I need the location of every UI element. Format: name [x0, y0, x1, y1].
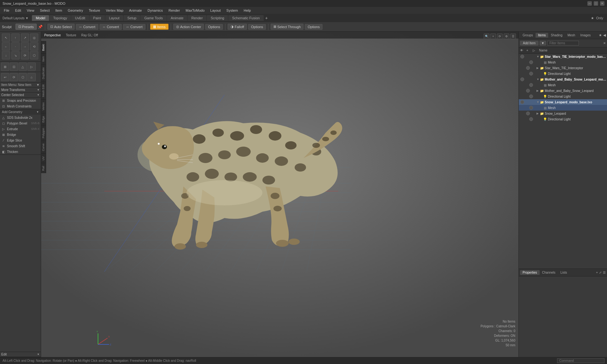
rp-tab-groups[interactable]: Groups [520, 33, 536, 38]
select-through-button[interactable]: ⊠Select Through [271, 24, 304, 30]
rp-icon-star[interactable]: ★ [599, 33, 602, 37]
expand-scene1[interactable]: ▼ [536, 55, 540, 58]
eye-light3c[interactable] [528, 117, 534, 121]
eye-icon-scene1[interactable] [520, 55, 524, 58]
transform-btn-11[interactable]: ⬡ [30, 51, 38, 59]
more-transforms-dropdown[interactable]: More Transforms ▼ [0, 88, 41, 93]
tab-game-tools[interactable]: Game Tools [140, 15, 167, 21]
item-menu-dropdown[interactable]: Item Menu: New Item ▼ [0, 82, 41, 88]
filter-close-icon[interactable]: ✕ [603, 41, 606, 45]
perspective-label[interactable]: Perspective [43, 33, 62, 37]
mesh-constraints-item[interactable]: ⊡ Mesh Constraints [0, 103, 41, 109]
transform-btn-7[interactable]: ⟲ [30, 42, 38, 51]
add-tab-button[interactable]: + [265, 15, 268, 21]
ico-btn-6[interactable]: ⬡ [19, 73, 27, 81]
expand-group2b[interactable]: ▶ [536, 89, 540, 92]
menu-vertex-map[interactable]: Vertex Map [103, 8, 126, 13]
tab-topology[interactable]: Topology [49, 15, 71, 21]
tab-animate[interactable]: Animate [167, 15, 187, 21]
ico-btn-5[interactable]: ⟳ [10, 73, 18, 81]
vtab-rail[interactable]: Rail [41, 163, 46, 173]
menu-geometry[interactable]: Geometry [65, 8, 85, 13]
rp-tab-shading[interactable]: Shading [548, 33, 565, 38]
expand-group1b[interactable]: ▶ [536, 66, 540, 70]
rp-tab-mesh[interactable]: Mesh [565, 33, 578, 38]
vp-ctrl-settings[interactable]: ⚙ [504, 33, 509, 39]
texture-label[interactable]: Texture [64, 33, 77, 37]
viewport[interactable]: Perspective Texture Ray GL: Off 🔍 + ⟳ ⚙ … [41, 32, 518, 357]
tree-group2b[interactable]: ▶ 📁 Mother_and_Baby_Snow_Leopard [519, 88, 607, 94]
transform-btn-8[interactable]: ↓ [2, 51, 10, 59]
auto-select-button[interactable]: ⊡Auto Select [47, 24, 75, 30]
ico-btn-0[interactable]: ⊞ [1, 63, 9, 71]
expand-scene2[interactable]: ▼ [536, 78, 540, 81]
window-controls[interactable]: ─ □ ✕ [587, 1, 604, 6]
tab-uvedit[interactable]: UvEdit [71, 15, 89, 21]
rpb-menu-icon[interactable]: ☰ [603, 271, 606, 274]
vtab-curve[interactable]: Curve [41, 141, 46, 154]
vtab-uv[interactable]: UV [41, 154, 46, 163]
vtab-duplicate[interactable]: Duplicate [41, 64, 46, 82]
menu-dynamics[interactable]: Dynamics [145, 8, 165, 13]
rpb-tab-lists[interactable]: Lists [558, 270, 570, 275]
sds-subdivide-item[interactable]: △ SDS Subdivide 2x [0, 115, 41, 120]
ico-btn-2[interactable]: △ [19, 63, 27, 71]
tab-layout[interactable]: Layout [105, 15, 123, 21]
ray-gl-label[interactable]: Ray GL: Off [80, 33, 99, 37]
tree-light2c[interactable]: 💡 Directional Light [519, 94, 607, 99]
ico-btn-7[interactable]: ⌂ [28, 73, 36, 81]
expand-scene3[interactable]: ▼ [536, 100, 540, 104]
rpb-expand-icon[interactable]: ⤢ [599, 271, 602, 274]
falloff-options-button[interactable]: Options [248, 24, 266, 30]
ico-btn-4[interactable]: ↩ [1, 73, 9, 81]
menu-view[interactable]: View [24, 8, 37, 13]
eye-mesh2a[interactable] [528, 83, 534, 87]
transform-btn-3[interactable]: ◎ [30, 33, 38, 42]
transform-btn-9[interactable]: ↘ [11, 51, 20, 59]
menu-render[interactable]: Render [166, 8, 182, 13]
vp-ctrl-zoom[interactable]: + [490, 33, 496, 39]
add-item-button[interactable]: Add Item [520, 41, 538, 46]
menu-select[interactable]: Select [37, 8, 52, 13]
rp-icon-collapse[interactable]: ◀ [603, 33, 606, 37]
transform-btn-1[interactable]: ↑ [11, 33, 20, 42]
minimize-button[interactable]: ─ [587, 1, 592, 6]
edit-dropdown[interactable]: Edit ▼ [0, 352, 41, 357]
tab-setup[interactable]: Setup [124, 15, 140, 21]
convert-button-3[interactable]: ↔Convert [123, 24, 145, 30]
ico-btn-3[interactable]: ▷ [28, 63, 36, 71]
vp-ctrl-search[interactable]: 🔍 [484, 33, 489, 39]
eye-icon-scene3[interactable] [520, 100, 524, 104]
transform-btn-0[interactable]: ↖ [2, 33, 10, 42]
close-button[interactable]: ✕ [600, 1, 604, 6]
transform-btn-2[interactable]: ↗ [21, 33, 29, 42]
tree-group3b[interactable]: ▶ 📁 Snow_Leopard [519, 111, 607, 116]
tree-mesh1a[interactable]: ▦ Mesh [519, 59, 607, 65]
menu-edit[interactable]: Edit [13, 8, 24, 13]
tab-scripting[interactable]: Scripting [207, 15, 228, 21]
select-through-options-button[interactable]: Options [305, 24, 322, 30]
menu-animate[interactable]: Animate [126, 8, 144, 13]
tree-light3c[interactable]: 💡 Directional Light [519, 116, 607, 122]
vtab-edge[interactable]: Edge [41, 113, 46, 125]
maximize-button[interactable]: □ [594, 1, 598, 6]
tree-group1b[interactable]: ▶ 📁 Star_Wars_TIE_Interceptor [519, 65, 607, 71]
eye-group3b[interactable] [525, 112, 531, 115]
action-center-button[interactable]: ◎Action Center [173, 24, 204, 30]
pin-icon[interactable]: 📌 [38, 25, 43, 29]
tree-scene1[interactable]: ▼ 📁 Star_Wars_TIE_Interceptor_modo_base.… [519, 54, 607, 59]
vp-ctrl-rotate[interactable]: ⟳ [497, 33, 503, 39]
transform-btn-6[interactable]: → [21, 42, 29, 51]
expand-group3b[interactable]: ▶ [536, 112, 540, 115]
rp-tab-images[interactable]: Images [578, 33, 593, 38]
rpb-tab-channels[interactable]: Channels [540, 270, 558, 275]
eye-group2b[interactable] [525, 89, 531, 93]
filter-items-input[interactable] [547, 41, 579, 46]
ico-btn-1[interactable]: ⊡ [10, 63, 18, 71]
menu-system[interactable]: System [224, 8, 241, 13]
extrude-item[interactable]: ▷ Extrude Shift-X [0, 126, 41, 132]
menu-item[interactable]: Item [53, 8, 64, 13]
add-item-dropdown[interactable]: ▼ [540, 41, 546, 46]
command-input[interactable] [557, 358, 604, 363]
tab-render[interactable]: Render [187, 15, 206, 21]
